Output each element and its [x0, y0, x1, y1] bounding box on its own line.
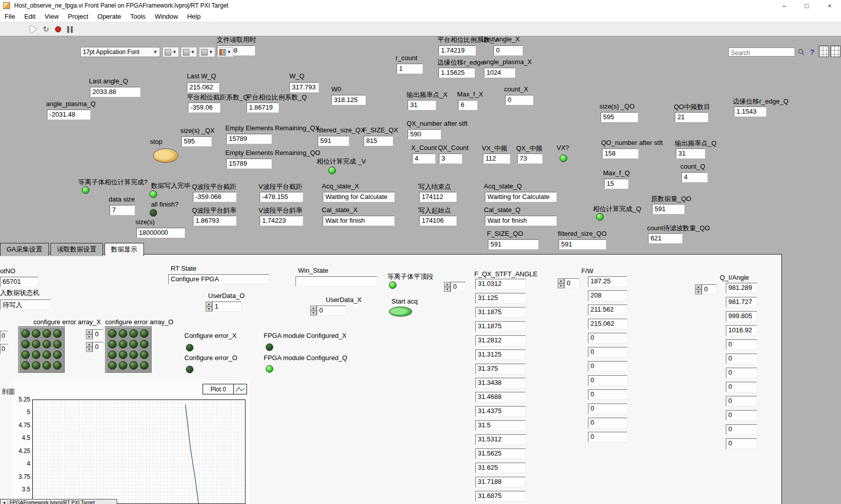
- minimize-button[interactable]: –: [773, 0, 796, 11]
- increment-icon[interactable]: ▲: [86, 329, 92, 334]
- pause-button[interactable]: [64, 24, 75, 35]
- f-size-qo-label: F_SIZE_QO: [487, 230, 523, 237]
- decrement-icon[interactable]: ▼: [86, 334, 92, 339]
- tab-fpga-acquisition-settings[interactable]: GA采集设置: [0, 243, 49, 256]
- array-cell: 31.5625: [475, 448, 526, 459]
- decrement-icon[interactable]: ▼: [206, 307, 212, 312]
- userdata-o-spinner[interactable]: ▲▼: [206, 301, 212, 312]
- align-objects-menu[interactable]: ▼: [163, 47, 179, 57]
- max-f-q-indicator: 15: [604, 179, 628, 189]
- v-band-slope-indicator: 1.74223: [260, 216, 303, 226]
- write-state-machine-indicator: 待写入: [0, 299, 51, 310]
- abort-button[interactable]: [53, 24, 64, 35]
- plot-legend[interactable]: Plot 0: [203, 384, 247, 394]
- menu-help[interactable]: Help: [182, 12, 205, 21]
- size-qx-indicator: 595: [181, 136, 212, 146]
- qi-angle-index[interactable]: 0: [702, 284, 717, 294]
- configure-error-array-o-index1-spinner[interactable]: ▲▼: [86, 329, 92, 339]
- userdata-x-input[interactable]: 0: [317, 306, 346, 316]
- userdata-x-spinner[interactable]: ▲▼: [310, 306, 317, 316]
- win-state-indicator: [295, 276, 377, 286]
- font-selector[interactable]: 17pt Application Font ▼: [80, 47, 160, 57]
- increment-icon[interactable]: ▲: [310, 306, 317, 311]
- increment-icon[interactable]: ▲: [695, 284, 702, 289]
- close-button[interactable]: ×: [818, 0, 841, 11]
- vx-if-label: VX_中频: [482, 144, 508, 153]
- decrement-icon[interactable]: ▼: [558, 283, 564, 288]
- platform-phase-intercept-q-label: 平台相位截距系数_Q: [187, 93, 248, 102]
- output-freq-x-label: 输出频率点_X: [407, 90, 448, 99]
- menu-operate[interactable]: Operate: [93, 12, 126, 21]
- increment-icon[interactable]: ▲: [558, 278, 564, 283]
- array-cell: 0: [588, 418, 627, 428]
- configure-error-array-o-index2-spinner[interactable]: ▲▼: [86, 342, 92, 352]
- vi-icon: [3, 2, 10, 9]
- size-s-indicator: 18000000: [136, 228, 185, 238]
- run-continuous-button[interactable]: ↻: [40, 24, 52, 35]
- increment-icon[interactable]: ▲: [86, 342, 92, 347]
- fw-index-spinner[interactable]: ▲▼: [558, 278, 564, 288]
- decrement-icon[interactable]: ▼: [444, 287, 451, 292]
- increment-icon[interactable]: ▲: [444, 282, 451, 287]
- decrement-icon[interactable]: ▼: [310, 311, 317, 316]
- tab-data-display[interactable]: 数据显示: [105, 243, 144, 256]
- array-cell: 31.1875: [475, 321, 526, 332]
- menu-edit[interactable]: Edit: [20, 12, 40, 21]
- execution-target-bar[interactable]: ◄ FPGAFramework.lvproj/RT PXI Target: [0, 499, 117, 504]
- menu-view[interactable]: View: [40, 12, 63, 21]
- search-field[interactable]: [728, 47, 795, 57]
- grid-led: [129, 361, 138, 370]
- decrement-icon[interactable]: ▼: [86, 347, 92, 352]
- configure-error-array-x-index2[interactable]: 0: [0, 344, 8, 354]
- configure-error-array-o-index1[interactable]: 0: [92, 329, 104, 339]
- search-icon[interactable]: [796, 47, 806, 57]
- menu-project[interactable]: Project: [63, 12, 92, 21]
- tab-read-data-settings[interactable]: 读取数据设置: [51, 243, 103, 256]
- start-acq-button[interactable]: [389, 307, 412, 317]
- profile-graph-label: 剖面: [2, 387, 15, 396]
- grid-led: [53, 361, 62, 370]
- run-button[interactable]: [28, 24, 39, 35]
- fqx-index[interactable]: 0: [451, 282, 466, 292]
- search-input[interactable]: [729, 49, 795, 57]
- menu-window[interactable]: Window: [150, 12, 182, 21]
- configure-error-array-x-index1[interactable]: 0: [0, 331, 8, 341]
- menu-file[interactable]: File: [0, 12, 20, 21]
- last-w-q-label: Last W_Q: [187, 72, 216, 80]
- help-button[interactable]: ?: [808, 47, 817, 57]
- qx-number-after-stft-indicator: 590: [408, 129, 441, 139]
- data-write-done-label: 数据写入完毕: [151, 181, 190, 190]
- array-cell: 0: [588, 389, 627, 400]
- fw-index[interactable]: 0: [564, 278, 579, 288]
- array-cell: 0: [726, 410, 757, 421]
- resize-objects-menu[interactable]: ▼: [199, 47, 215, 57]
- last-angle-q-indicator: 2033.88: [90, 87, 140, 97]
- fqx-stft-angle-array: 31.0312 31.125 31.1875 31.1875 31.2812 3…: [475, 279, 526, 501]
- decrement-icon[interactable]: ▼: [695, 289, 702, 294]
- qo-if-count-label: QO中频数目: [674, 103, 710, 112]
- reorder-menu[interactable]: ▼: [217, 47, 233, 57]
- window-tile-icon[interactable]: [819, 45, 829, 57]
- distribute-objects-menu[interactable]: ▼: [181, 47, 197, 57]
- edge-shift-r-q-indicator: 1.1543: [734, 107, 766, 117]
- menu-tools[interactable]: Tools: [126, 12, 150, 21]
- configure-error-array-o-index2[interactable]: 0: [92, 342, 104, 352]
- scroll-left-icon[interactable]: ◄: [1, 500, 8, 504]
- output-freq-q-indicator: 31: [676, 148, 705, 159]
- qi-angle-index-spinner[interactable]: ▲▼: [695, 284, 702, 294]
- rt-state-label: RT State: [171, 265, 196, 272]
- plot-legend-label: Plot 0: [203, 386, 233, 393]
- increment-icon[interactable]: ▲: [206, 301, 212, 307]
- vx-if-indicator: 112: [483, 154, 510, 164]
- array-cell: 31.3125: [475, 349, 526, 360]
- userdata-o-input[interactable]: 1: [212, 301, 241, 312]
- fqx-index-spinner[interactable]: ▲▼: [444, 282, 451, 292]
- grid-led: [42, 329, 51, 338]
- maximize-button[interactable]: □: [796, 0, 818, 11]
- empty-remaining-qo-label: Empty Elements Remaining_QO: [225, 149, 320, 157]
- qx-if-indicator: 73: [517, 154, 542, 164]
- fpga-module-configured-x-label: FPGA module Configured_X: [264, 332, 347, 339]
- stop-button[interactable]: [153, 148, 178, 163]
- plot-area[interactable]: [32, 399, 245, 504]
- window-grid-icon[interactable]: [830, 45, 840, 57]
